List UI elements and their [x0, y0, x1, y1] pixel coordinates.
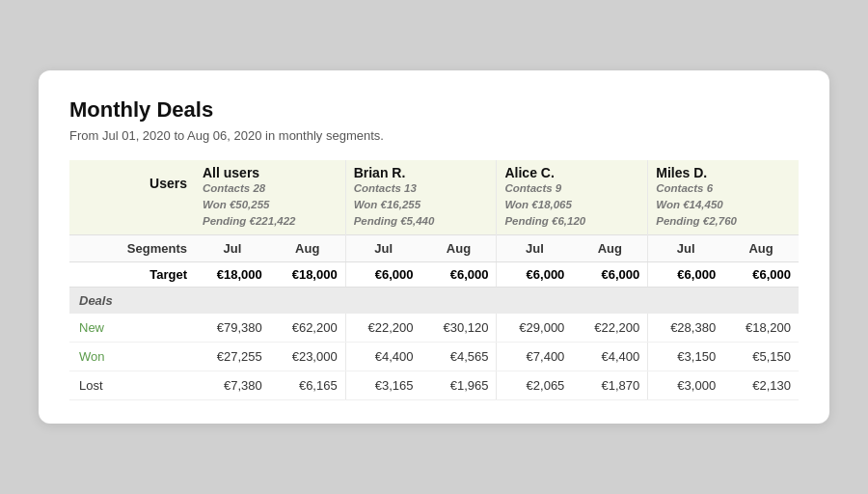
- target-val-2: €6,000: [345, 262, 420, 288]
- won-val-6: €3,150: [648, 343, 723, 371]
- col-header-miles: Miles D. Contacts 6 Won €14,450 Pending …: [648, 160, 799, 235]
- seg-jul-1: Jul: [195, 235, 270, 262]
- table-header-row: Users All users Contacts 28 Won €50,255 …: [69, 160, 799, 235]
- table-row-won: Won €27,255 €23,000 €4,400 €4,565 €7,400…: [69, 343, 799, 371]
- lost-val-2: €3,165: [345, 371, 420, 400]
- new-val-2: €22,200: [345, 314, 420, 343]
- brian-won: Won €16,255: [354, 197, 489, 213]
- miles-won: Won €14,450: [656, 197, 791, 213]
- alice-pending: Pending €6,120: [504, 213, 639, 230]
- target-val-3: €6,000: [421, 262, 497, 288]
- seg-aug-1: Aug: [270, 235, 345, 262]
- alice-won: Won €18,065: [504, 197, 639, 213]
- page-title: Monthly Deals: [69, 97, 799, 123]
- target-val-4: €6,000: [497, 262, 572, 288]
- lost-val-7: €2,130: [723, 371, 799, 400]
- new-val-0: €79,380: [195, 314, 270, 343]
- target-val-5: €6,000: [572, 262, 647, 288]
- lost-label: Lost: [69, 371, 195, 400]
- deals-section-header: Deals: [69, 288, 799, 315]
- brian-pending: Pending €5,440: [354, 213, 489, 230]
- table-row-new: New €79,380 €62,200 €22,200 €30,120 €29,…: [69, 314, 799, 343]
- all-users-name: All users: [203, 165, 338, 180]
- target-val-7: €6,000: [723, 262, 799, 288]
- brian-name: Brian R.: [354, 165, 489, 180]
- miles-contacts: Contacts 6: [656, 180, 791, 197]
- all-users-won: Won €50,255: [203, 197, 338, 213]
- won-val-1: €23,000: [270, 343, 345, 371]
- date-range-subtitle: From Jul 01, 2020 to Aug 06, 2020 in mon…: [69, 128, 799, 143]
- table-row-lost: Lost €7,380 €6,165 €3,165 €1,965 €2,065 …: [69, 371, 799, 400]
- col-header-alice: Alice C. Contacts 9 Won €18,065 Pending …: [497, 160, 648, 235]
- segments-row: Segments Jul Aug Jul Aug Jul Aug Jul Aug: [69, 235, 799, 262]
- all-users-contacts: Contacts 28: [203, 180, 338, 197]
- miles-pending: Pending €2,760: [656, 213, 791, 230]
- won-val-3: €4,565: [421, 343, 497, 371]
- new-val-1: €62,200: [270, 314, 345, 343]
- new-val-4: €29,000: [497, 314, 572, 343]
- lost-val-4: €2,065: [497, 371, 572, 400]
- col-header-all-users: All users Contacts 28 Won €50,255 Pendin…: [195, 160, 345, 235]
- segments-label: Segments: [69, 235, 195, 262]
- new-val-5: €22,200: [572, 314, 647, 343]
- all-users-pending: Pending €221,422: [203, 213, 338, 230]
- target-val-0: €18,000: [195, 262, 270, 288]
- seg-jul-3: Jul: [497, 235, 572, 262]
- target-val-6: €6,000: [648, 262, 723, 288]
- monthly-deals-card: Monthly Deals From Jul 01, 2020 to Aug 0…: [39, 70, 829, 425]
- lost-val-6: €3,000: [648, 371, 723, 400]
- new-val-6: €28,380: [648, 314, 723, 343]
- lost-val-3: €1,965: [421, 371, 497, 400]
- seg-aug-2: Aug: [421, 235, 497, 262]
- deals-table: Users All users Contacts 28 Won €50,255 …: [69, 160, 799, 401]
- lost-val-1: €6,165: [270, 371, 345, 400]
- new-val-3: €30,120: [421, 314, 497, 343]
- lost-val-0: €7,380: [195, 371, 270, 400]
- seg-jul-2: Jul: [345, 235, 420, 262]
- target-val-1: €18,000: [270, 262, 345, 288]
- seg-jul-4: Jul: [648, 235, 723, 262]
- won-val-7: €5,150: [723, 343, 799, 371]
- alice-contacts: Contacts 9: [504, 180, 639, 197]
- deals-label: Deals: [69, 288, 799, 315]
- new-label[interactable]: New: [69, 314, 195, 343]
- seg-aug-3: Aug: [572, 235, 647, 262]
- lost-val-5: €1,870: [572, 371, 647, 400]
- won-val-2: €4,400: [345, 343, 420, 371]
- seg-aug-4: Aug: [723, 235, 799, 262]
- won-val-4: €7,400: [497, 343, 572, 371]
- miles-name: Miles D.: [656, 165, 791, 180]
- brian-contacts: Contacts 13: [354, 180, 489, 197]
- users-label: Users: [69, 160, 195, 235]
- target-row: Target €18,000 €18,000 €6,000 €6,000 €6,…: [69, 262, 799, 288]
- target-label: Target: [69, 262, 195, 288]
- new-val-7: €18,200: [723, 314, 799, 343]
- col-header-brian: Brian R. Contacts 13 Won €16,255 Pending…: [345, 160, 497, 235]
- won-label[interactable]: Won: [69, 343, 195, 371]
- won-val-0: €27,255: [195, 343, 270, 371]
- alice-name: Alice C.: [504, 165, 639, 180]
- won-val-5: €4,400: [572, 343, 647, 371]
